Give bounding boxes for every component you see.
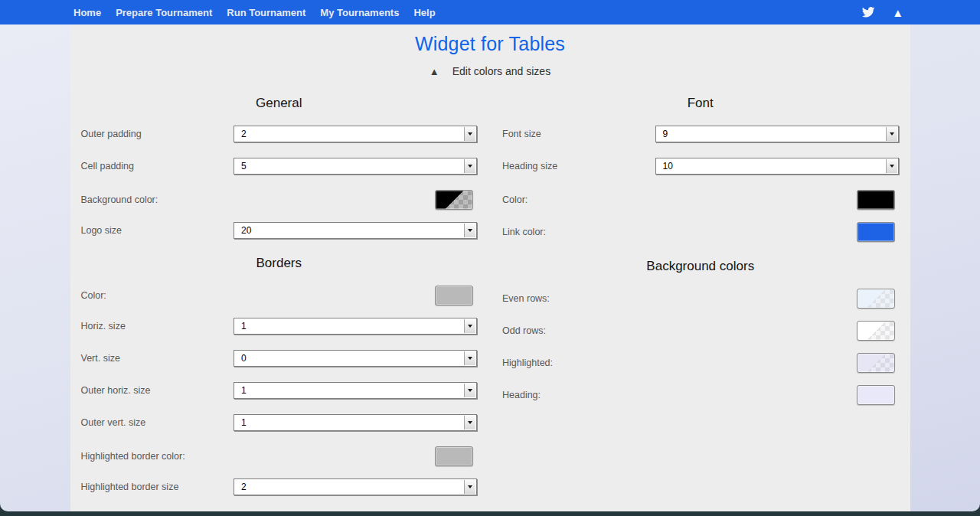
dropdown-arrow-icon	[464, 480, 475, 494]
section-heading-font: Font	[502, 96, 899, 111]
field-label: Outer horiz. size	[81, 385, 234, 396]
dropdown-arrow-icon	[464, 319, 475, 333]
field-label: Highlighted:	[502, 358, 857, 368]
field-label: Heading size	[502, 161, 655, 171]
field-label: Highlighted border color:	[81, 451, 436, 462]
dropdown-arrow-icon	[464, 351, 475, 365]
field-label: Outer padding	[81, 129, 234, 139]
triangle-up-icon[interactable]: ▲	[892, 7, 903, 18]
cell-padding-select[interactable]: 5	[234, 158, 477, 175]
font-color-swatch[interactable]	[857, 190, 895, 210]
settings-columns: General Outer padding 2 Cell padding 5	[70, 79, 910, 511]
field-label: Horiz. size	[81, 321, 234, 331]
outer-vert-size-select[interactable]: 1	[234, 414, 477, 431]
highlighted-bg-color-swatch[interactable]	[857, 353, 895, 373]
field-label: Odd rows:	[502, 325, 857, 336]
select-value: 2	[234, 126, 476, 142]
dropdown-arrow-icon	[886, 127, 897, 141]
setting-row-outer-horiz-size: Outer horiz. size 1	[81, 382, 478, 399]
setting-row-outer-vert-size: Outer vert. size 1	[81, 414, 478, 431]
setting-row-font-size: Font size 9	[502, 126, 899, 142]
link-color-swatch[interactable]	[857, 222, 895, 242]
navbar-right-icons: ▲	[860, 5, 903, 19]
edit-colors-toggle[interactable]: ▲ Edit colors and sizes	[70, 65, 910, 77]
select-value: 0	[234, 351, 476, 366]
setting-row-odd-rows: Odd rows:	[502, 321, 899, 341]
field-label: Color:	[81, 290, 436, 301]
field-label: Font size	[502, 129, 655, 139]
highlighted-border-size-select[interactable]: 2	[234, 478, 477, 495]
dropdown-arrow-icon	[464, 127, 475, 141]
setting-row-link-color: Link color:	[502, 222, 899, 242]
dropdown-arrow-icon	[464, 416, 475, 429]
edit-toggle-label: Edit colors and sizes	[452, 65, 550, 77]
logo-size-select[interactable]: 20	[234, 222, 477, 239]
dropdown-arrow-icon	[886, 159, 897, 173]
border-color-swatch[interactable]	[435, 286, 473, 305]
nav-item-my-tournaments[interactable]: My Tournaments	[320, 7, 399, 18]
field-label: Even rows:	[502, 293, 857, 304]
select-value: 1	[234, 318, 476, 334]
select-value: 9	[656, 126, 898, 142]
top-navbar: Home Prepare Tournament Run Tournament M…	[0, 0, 980, 24]
select-value: 20	[234, 223, 476, 238]
even-rows-color-swatch[interactable]	[857, 289, 895, 309]
setting-row-heading-size: Heading size 10	[502, 158, 899, 175]
content-panel: Widget for Tables ▲ Edit colors and size…	[70, 24, 910, 511]
section-heading-background-colors: Background colors	[502, 259, 899, 274]
field-label: Link color:	[502, 227, 857, 237]
field-label: Color:	[502, 194, 857, 205]
font-size-select[interactable]: 9	[655, 126, 899, 142]
setting-row-logo-size: Logo size 20	[81, 222, 478, 239]
setting-row-font-color: Color:	[502, 190, 899, 210]
setting-row-outer-padding: Outer padding 2	[81, 126, 478, 142]
select-value: 1	[234, 415, 476, 430]
select-value: 2	[234, 479, 476, 495]
section-heading-general: General	[81, 96, 478, 111]
vert-size-select[interactable]: 0	[234, 350, 477, 367]
field-label: Heading:	[502, 390, 857, 400]
field-label: Highlighted border size	[81, 482, 234, 492]
select-value: 1	[234, 383, 476, 398]
highlighted-border-color-swatch[interactable]	[435, 446, 473, 466]
setting-row-cell-padding: Cell padding 5	[81, 158, 478, 175]
odd-rows-color-swatch[interactable]	[857, 321, 895, 341]
outer-horiz-size-select[interactable]: 1	[234, 382, 477, 399]
setting-row-even-rows: Even rows:	[502, 289, 899, 309]
twitter-icon[interactable]	[860, 5, 877, 19]
background-color-swatch[interactable]	[435, 190, 473, 210]
field-label: Cell padding	[81, 161, 234, 171]
heading-bg-color-swatch[interactable]	[857, 385, 895, 405]
setting-row-background-color: Background color:	[81, 190, 478, 210]
horiz-size-select[interactable]: 1	[234, 318, 477, 335]
left-column: General Outer padding 2 Cell padding 5	[81, 79, 478, 511]
section-heading-borders: Borders	[81, 256, 478, 271]
select-value: 5	[234, 158, 476, 174]
select-value: 10	[656, 158, 898, 174]
field-label: Logo size	[81, 225, 234, 236]
field-label: Vert. size	[81, 353, 234, 364]
setting-row-heading-bg: Heading:	[502, 385, 899, 405]
browser-viewport: Home Prepare Tournament Run Tournament M…	[0, 0, 980, 511]
setting-row-border-color: Color:	[81, 286, 478, 305]
right-column: Font Font size 9 Heading size 10	[502, 79, 899, 511]
setting-row-highlighted-bg: Highlighted:	[502, 353, 899, 373]
field-label: Outer vert. size	[81, 417, 234, 428]
setting-row-highlighted-border-color: Highlighted border color:	[81, 446, 478, 466]
dropdown-arrow-icon	[464, 224, 475, 237]
nav-item-run-tournament[interactable]: Run Tournament	[227, 7, 305, 18]
outer-padding-select[interactable]: 2	[234, 126, 477, 142]
edit-toggle-triangle-icon: ▲	[430, 67, 439, 77]
nav-item-prepare-tournament[interactable]: Prepare Tournament	[116, 7, 212, 18]
setting-row-highlighted-border-size: Highlighted border size 2	[81, 478, 478, 495]
dropdown-arrow-icon	[464, 159, 475, 173]
dropdown-arrow-icon	[464, 384, 475, 397]
setting-row-vert-size: Vert. size 0	[81, 350, 478, 367]
setting-row-horiz-size: Horiz. size 1	[81, 318, 478, 335]
nav-item-help[interactable]: Help	[413, 7, 435, 18]
field-label: Background color:	[81, 194, 436, 205]
nav-item-home[interactable]: Home	[74, 7, 101, 18]
page-title: Widget for Tables	[70, 33, 910, 55]
heading-size-select[interactable]: 10	[655, 158, 899, 175]
